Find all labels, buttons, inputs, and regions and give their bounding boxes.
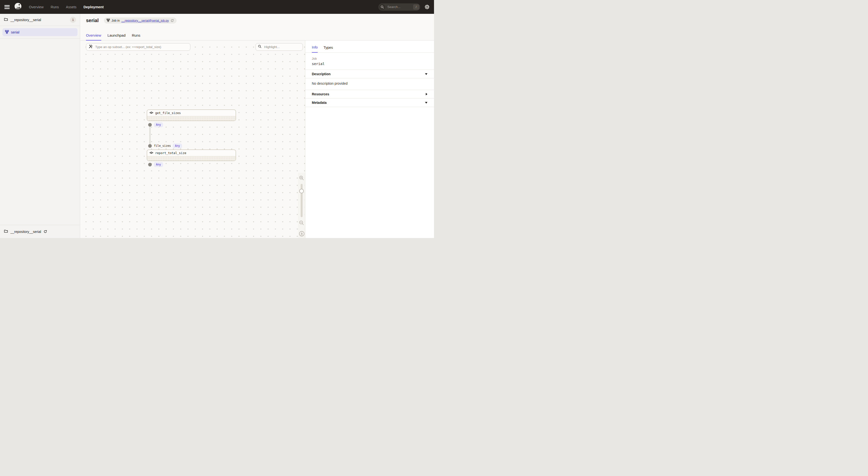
- repository-count-badge: 1: [70, 17, 76, 23]
- hamburger-menu-icon[interactable]: [4, 5, 10, 9]
- nav-link-deployment[interactable]: Deployment: [84, 5, 104, 9]
- sidebar-item-serial-job[interactable]: serial: [2, 28, 78, 36]
- title-row: serial Job in __repository__serial@seria…: [86, 18, 177, 24]
- section-label: Description: [312, 72, 331, 76]
- op-selector-icon: [88, 44, 93, 49]
- dagster-app: Overview Runs Assets Deployment /: [0, 0, 434, 238]
- footer-repository-name: __repository__serial: [10, 230, 41, 234]
- op-icon: [149, 111, 154, 115]
- op-subset-input[interactable]: [95, 45, 188, 49]
- settings-gear-icon[interactable]: [425, 4, 430, 9]
- panel-tab-types[interactable]: Types: [323, 45, 333, 53]
- op-node-report-total-size[interactable]: report_total_size: [147, 149, 236, 161]
- output-port-row: Any: [148, 122, 163, 127]
- nav-link-assets[interactable]: Assets: [66, 5, 76, 9]
- tab-overview[interactable]: Overview: [86, 33, 101, 40]
- nav-link-overview[interactable]: Overview: [29, 5, 43, 9]
- section-label: Metadata: [312, 101, 327, 105]
- folder-icon: [4, 18, 8, 22]
- edge-line: [149, 125, 151, 146]
- search-icon: [258, 45, 261, 49]
- op-icon: [149, 151, 154, 155]
- search-input[interactable]: [387, 5, 411, 9]
- op-node-body: [147, 156, 236, 161]
- global-search[interactable]: /: [378, 3, 420, 11]
- info-panel: Info Types Job serial Description No des…: [305, 40, 434, 238]
- sidebar-repository-header[interactable]: __repository__serial 1: [0, 14, 80, 26]
- search-shortcut-badge: /: [413, 4, 419, 10]
- main-nav-links: Overview Runs Assets Deployment: [29, 5, 104, 9]
- sidebar-divider: [0, 38, 80, 39]
- refresh-icon[interactable]: [170, 19, 174, 22]
- breadcrumb: Job in __repository__serial@serial_job.p…: [104, 18, 177, 24]
- section-header-metadata[interactable]: Metadata: [305, 99, 434, 107]
- repository-name: __repository__serial: [10, 18, 67, 22]
- chevron-down-icon: [425, 102, 428, 104]
- nav-link-runs[interactable]: Runs: [51, 5, 59, 9]
- highlight-input[interactable]: [264, 45, 301, 49]
- op-graph-canvas[interactable]: get_file_sizes Any file_sizes Any: [80, 40, 305, 238]
- zoom-out-icon[interactable]: [299, 220, 304, 226]
- chevron-right-icon: [426, 93, 428, 95]
- input-port-row: file_sizes Any: [148, 143, 182, 148]
- sidebar-item-label: serial: [11, 30, 20, 34]
- highlight-search: [255, 43, 303, 51]
- zoom-slider-handle[interactable]: [299, 189, 304, 193]
- job-tabs: Overview Launchpad Runs: [86, 33, 141, 40]
- input-port-label: file_sizes: [154, 144, 171, 147]
- type-badge[interactable]: Any: [154, 123, 163, 127]
- top-nav: Overview Runs Assets Deployment /: [0, 0, 434, 14]
- output-port-icon: [148, 123, 152, 127]
- breadcrumb-repo-link[interactable]: __repository__serial@serial_job.py: [121, 19, 169, 22]
- section-header-description[interactable]: Description: [305, 70, 434, 78]
- tab-runs[interactable]: Runs: [132, 33, 141, 40]
- sidebar-footer: __repository__serial: [0, 225, 80, 238]
- breadcrumb-prefix: Job in: [112, 19, 120, 22]
- output-port-icon: [148, 163, 152, 166]
- job-info-block: Job serial: [305, 53, 434, 70]
- zoom-in-icon[interactable]: [299, 175, 304, 180]
- op-node-name: report_total_size: [155, 151, 186, 155]
- description-content: No description provided: [305, 78, 434, 90]
- job-graph-icon: [5, 30, 9, 34]
- op-node-body: [147, 116, 236, 121]
- tab-launchpad[interactable]: Launchpad: [107, 33, 126, 40]
- page-title: serial: [86, 18, 99, 23]
- chevron-down-icon: [425, 73, 428, 75]
- input-port-icon: [148, 144, 152, 148]
- download-image-icon[interactable]: [299, 231, 305, 237]
- op-node-name: get_file_sizes: [155, 111, 181, 115]
- section-label: Resources: [312, 92, 329, 96]
- output-port-row: Any: [148, 162, 163, 167]
- reload-repository-icon[interactable]: [43, 230, 47, 233]
- job-value: serial: [312, 62, 428, 66]
- panel-tab-info[interactable]: Info: [312, 45, 318, 53]
- dagster-logo-icon[interactable]: [13, 2, 23, 12]
- op-subset-filter: [86, 43, 190, 51]
- search-icon: [379, 4, 385, 10]
- job-graph-icon: [106, 19, 110, 23]
- folder-icon: [4, 229, 8, 234]
- left-sidebar: __repository__serial 1 serial: [0, 14, 80, 238]
- op-node-get-file-sizes[interactable]: get_file_sizes: [147, 109, 236, 121]
- page-header: serial Job in __repository__serial@seria…: [80, 14, 434, 40]
- section-header-resources[interactable]: Resources: [305, 90, 434, 99]
- type-badge[interactable]: Any: [173, 144, 182, 148]
- type-badge[interactable]: Any: [154, 162, 163, 167]
- job-label: Job: [312, 57, 428, 60]
- panel-tabs: Info Types: [305, 40, 434, 53]
